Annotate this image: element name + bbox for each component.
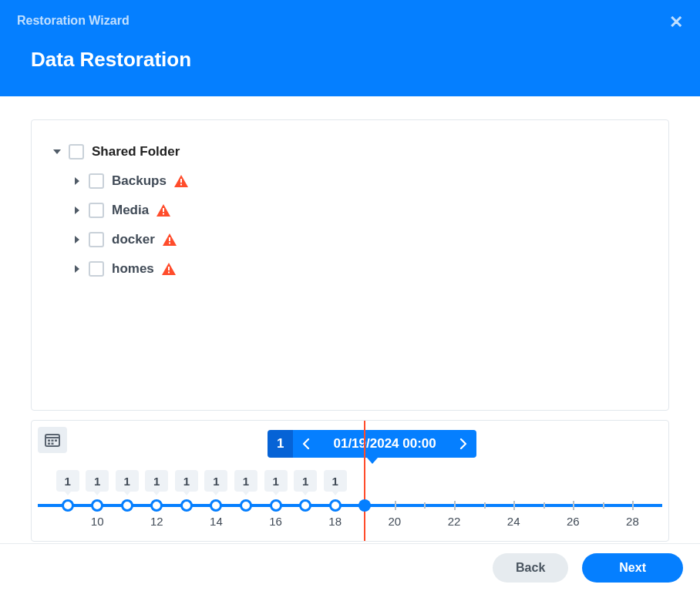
tree-item-label: docker <box>112 232 155 247</box>
svg-rect-14 <box>52 443 54 445</box>
timeline-restore-point[interactable] <box>210 499 222 512</box>
expand-icon[interactable] <box>70 174 84 188</box>
close-icon[interactable]: ✕ <box>669 14 683 31</box>
tree-item[interactable]: docker <box>70 225 648 254</box>
prev-version-button[interactable] <box>293 430 319 458</box>
tree-item-label: Backups <box>112 173 167 189</box>
expand-icon[interactable] <box>70 233 84 247</box>
page-title: Data Restoration <box>31 48 191 72</box>
wizard-header: Restoration Wizard Data Restoration ✕ <box>0 0 700 96</box>
calendar-button[interactable] <box>38 427 67 453</box>
selected-datetime-label: 01/19/2024 00:00 <box>319 430 449 458</box>
svg-rect-6 <box>168 267 170 270</box>
timeline-point-badge: 1 <box>324 470 347 492</box>
timeline-restore-point[interactable] <box>91 499 103 512</box>
warning-icon <box>162 263 176 275</box>
timeline-tick-minor <box>603 502 604 509</box>
pill-pointer-icon <box>367 458 378 464</box>
timeline-point-badge: 1 <box>116 470 139 492</box>
tree-item[interactable]: Media <box>70 196 648 225</box>
timeline-point-badge: 1 <box>175 470 198 492</box>
chevron-right-icon <box>459 438 467 449</box>
timeline-restore-point[interactable] <box>180 499 193 512</box>
date-selector-pill: 1 01/19/2024 00:00 <box>268 430 476 458</box>
timeline-marker-handle[interactable] <box>358 499 371 512</box>
timeline-axis-label: 18 <box>328 515 342 528</box>
timeline-point-badge: 1 <box>86 470 109 492</box>
timeline-point-badge: 1 <box>204 470 227 492</box>
timeline-point-badge: 1 <box>145 470 168 492</box>
timeline-restore-point[interactable] <box>121 499 133 512</box>
tree-item[interactable]: Backups <box>70 166 648 196</box>
svg-rect-5 <box>169 243 170 244</box>
timeline-point-badge: 1 <box>56 470 79 492</box>
back-button[interactable]: Back <box>493 553 568 583</box>
svg-rect-11 <box>52 440 54 442</box>
checkbox[interactable] <box>89 261 104 277</box>
tree-root-row[interactable]: Shared Folder <box>50 137 648 166</box>
timeline-panel: 1 01/19/2024 00:00 10121416182022242628 … <box>31 420 669 542</box>
timeline-axis-label: 12 <box>150 515 163 528</box>
timeline-tick <box>573 501 574 510</box>
tree-root-label: Shared Folder <box>92 144 180 160</box>
timeline-axis-label: 10 <box>91 515 104 528</box>
wizard-subtitle: Restoration Wizard <box>17 14 130 28</box>
collapse-icon[interactable] <box>50 145 64 159</box>
timeline-tick <box>632 501 634 510</box>
timeline-axis-label: 20 <box>389 515 402 528</box>
timeline-restore-point[interactable] <box>240 499 252 512</box>
svg-rect-3 <box>163 213 164 215</box>
timeline-point-badge: 1 <box>234 470 257 492</box>
svg-rect-13 <box>48 443 50 445</box>
wizard-footer: Back Next <box>0 543 700 591</box>
svg-rect-2 <box>163 208 164 212</box>
tree-item-label: homes <box>112 261 154 277</box>
svg-rect-1 <box>180 184 182 186</box>
timeline-axis-label: 22 <box>448 515 461 528</box>
timeline-point-badge: 1 <box>264 470 288 492</box>
next-button[interactable]: Next <box>582 553 683 583</box>
timeline-tick <box>395 501 396 510</box>
version-count-badge: 1 <box>268 430 293 458</box>
warning-icon <box>163 233 177 246</box>
timeline-restore-point[interactable] <box>329 499 342 512</box>
checkbox[interactable] <box>89 203 104 218</box>
timeline-restore-point[interactable] <box>299 499 311 512</box>
svg-rect-10 <box>48 440 50 442</box>
timeline-axis-label: 28 <box>626 515 639 528</box>
checkbox[interactable] <box>89 173 104 189</box>
timeline-tick-minor <box>484 502 486 509</box>
checkbox-shared-folder[interactable] <box>69 144 84 160</box>
chevron-left-icon <box>302 438 310 449</box>
warning-icon <box>156 204 170 217</box>
folder-tree-panel: Shared Folder BackupsMediadockerhomes <box>31 119 669 411</box>
expand-icon[interactable] <box>70 262 84 276</box>
timeline-tick <box>513 501 515 510</box>
timeline-axis-label: 26 <box>567 515 580 528</box>
svg-rect-7 <box>168 272 170 274</box>
timeline-tick <box>454 501 456 510</box>
timeline-restore-point[interactable] <box>150 499 163 512</box>
timeline-axis-label: 16 <box>269 515 282 528</box>
timeline-tick-minor <box>424 502 426 509</box>
checkbox[interactable] <box>89 232 104 247</box>
svg-rect-12 <box>55 440 57 442</box>
expand-icon[interactable] <box>70 203 84 217</box>
tree-item-label: Media <box>112 203 149 218</box>
timeline-tick-minor <box>544 502 545 509</box>
timeline-point-badge: 1 <box>294 470 317 492</box>
timeline-track[interactable]: 10121416182022242628 1111111111 <box>38 465 662 539</box>
next-version-button[interactable] <box>450 430 476 458</box>
timeline-axis-label: 14 <box>210 515 223 528</box>
timeline-restore-point[interactable] <box>62 499 74 512</box>
timeline-axis-label: 24 <box>507 515 520 528</box>
tree-item[interactable]: homes <box>70 254 648 284</box>
timeline-restore-point[interactable] <box>270 499 282 512</box>
svg-rect-0 <box>180 179 182 183</box>
warning-icon <box>174 175 188 187</box>
calendar-icon <box>45 433 60 447</box>
svg-rect-4 <box>169 237 170 241</box>
